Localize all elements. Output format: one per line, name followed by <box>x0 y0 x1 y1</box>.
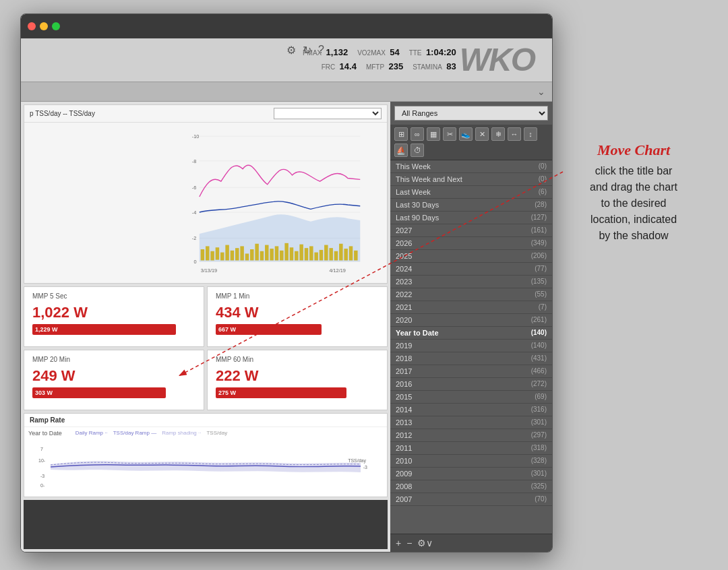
date-list-item[interactable]: 2026(349) <box>390 237 552 250</box>
help-icon[interactable]: ? <box>318 44 324 57</box>
date-list-item-label: 2025 <box>396 252 412 260</box>
date-list-item[interactable]: 2024(77) <box>390 263 552 276</box>
ship-icon-btn[interactable]: ⛵ <box>394 144 408 157</box>
mmp-1min-bar: 667 W <box>216 324 322 335</box>
date-list-item[interactable]: 2020(261) <box>390 314 552 327</box>
date-list-item-label: Year to Date <box>396 329 439 337</box>
remove-button[interactable]: − <box>406 538 412 548</box>
tss-chart-dropdown[interactable] <box>274 108 382 119</box>
date-list-item[interactable]: Year to Date(140) <box>390 327 552 340</box>
range-dropdown[interactable]: All Ranges <box>394 106 548 121</box>
header-icons: ⚙ ↻ ? <box>286 44 324 57</box>
chevron-down-icon[interactable]: ⌄ <box>537 86 545 97</box>
svg-text:-3: -3 <box>40 474 44 478</box>
mmp-5sec-value: 1,022 W <box>32 304 195 321</box>
date-list-item-count: (127) <box>531 214 547 222</box>
date-list-item[interactable]: 2018(431) <box>390 352 552 365</box>
svg-rect-20 <box>240 246 244 260</box>
date-list-item[interactable]: 2015(69) <box>390 391 552 404</box>
shoe-icon-btn[interactable]: 👟 <box>459 127 473 141</box>
mmp-60min-title: MMP 60 Min <box>216 356 379 363</box>
callout-line2: and drag the chart <box>590 181 677 193</box>
svg-rect-35 <box>314 253 318 261</box>
svg-rect-13 <box>206 246 210 260</box>
mmp-card-1min: MMP 1 Min 434 W 667 W <box>207 286 388 347</box>
svg-rect-40 <box>339 244 343 261</box>
date-list-item[interactable]: 2027(161) <box>390 224 552 237</box>
date-list-item-count: (140) <box>531 342 547 350</box>
ramp-rate-header: Ramp Rate <box>24 414 387 427</box>
svg-rect-37 <box>324 245 328 261</box>
add-button[interactable]: + <box>396 538 401 548</box>
date-list-item[interactable]: 2008(325) <box>390 480 552 493</box>
mmp-1min-bar-value: 667 W <box>218 326 236 333</box>
svg-rect-16 <box>220 253 224 261</box>
arrows-h-icon-btn[interactable]: ↔ <box>508 127 521 141</box>
date-list-item[interactable]: This Week(0) <box>390 160 552 173</box>
clock-icon-btn[interactable]: ⏱ <box>411 144 424 157</box>
date-list-item[interactable]: 2007(70) <box>390 493 552 506</box>
svg-text:3/13/19: 3/13/19 <box>201 267 217 274</box>
close-button[interactable] <box>28 22 36 30</box>
date-list-item[interactable]: Last Week(6) <box>390 186 552 199</box>
date-list-item-label: 2016 <box>396 380 412 388</box>
range-dropdown-area: All Ranges <box>390 102 552 125</box>
svg-rect-31 <box>295 251 299 261</box>
date-list-item-count: (272) <box>531 380 547 388</box>
maximize-button[interactable] <box>52 22 60 30</box>
svg-rect-36 <box>320 250 324 261</box>
svg-rect-39 <box>334 251 338 261</box>
callout-line1: click the title bar <box>595 165 673 177</box>
date-list-item[interactable]: 2023(135) <box>390 276 552 288</box>
date-list-item[interactable]: 2025(206) <box>390 250 552 263</box>
date-list-item[interactable]: 2017(466) <box>390 365 552 378</box>
scissors-icon-btn[interactable]: ✂ <box>443 127 456 141</box>
callout-line4: location, indicated <box>590 214 677 225</box>
date-list-item[interactable]: 2022(55) <box>390 288 552 301</box>
date-list-item[interactable]: Last 90 Days(127) <box>390 212 552 224</box>
settings-icon[interactable]: ⚙ <box>286 44 296 57</box>
tte-label: TTE 1:04:20 <box>409 46 456 60</box>
date-list-item-count: (316) <box>531 406 547 414</box>
mmp-5sec-bar: 1,229 W <box>32 324 176 335</box>
date-list-item[interactable]: This Week and Next(0) <box>390 173 552 186</box>
date-list-item-label: 2021 <box>396 303 412 311</box>
date-list-item-count: (0) <box>539 175 547 183</box>
refresh-icon[interactable]: ↻ <box>303 44 311 57</box>
svg-text:0-: 0- <box>40 483 45 488</box>
copy-icon-btn[interactable]: ⊞ <box>394 127 408 141</box>
arrows-v-icon-btn[interactable]: ↕ <box>524 127 537 141</box>
date-list-item[interactable]: 2009(301) <box>390 468 552 480</box>
svg-rect-21 <box>245 253 249 260</box>
date-list-item[interactable]: 2011(318) <box>390 442 552 455</box>
svg-rect-43 <box>354 251 358 261</box>
date-list-item-label: 2020 <box>396 316 412 324</box>
link-icon-btn[interactable]: ∞ <box>411 127 424 141</box>
cross-icon-btn[interactable]: ✕ <box>475 127 489 141</box>
date-list-item[interactable]: 2013(301) <box>390 416 552 429</box>
date-list-item[interactable]: 2012(297) <box>390 429 552 442</box>
date-list-item-label: Last 30 Days <box>396 201 439 209</box>
date-list-item[interactable]: 2010(328) <box>390 455 552 468</box>
date-list-item[interactable]: 2014(316) <box>390 404 552 416</box>
svg-rect-14 <box>210 251 214 261</box>
date-list-item-count: (0) <box>539 162 547 170</box>
svg-text:7: 7 <box>40 447 43 451</box>
date-list[interactable]: This Week(0)This Week and Next(0)Last We… <box>390 160 552 534</box>
svg-text:-8: -8 <box>192 158 197 164</box>
mmp-20min-title: MMP 20 Min <box>32 356 195 363</box>
minimize-button[interactable] <box>40 22 48 30</box>
settings-gear-button[interactable]: ⚙︎∨ <box>417 538 433 548</box>
mmp-card-60min: MMP 60 Min 222 W 275 W <box>207 350 388 410</box>
date-list-item-label: 2022 <box>396 290 412 298</box>
grid-icon-btn[interactable]: ▦ <box>427 127 440 141</box>
svg-rect-42 <box>349 246 353 260</box>
date-list-item[interactable]: 2016(272) <box>390 378 552 391</box>
date-list-item-count: (325) <box>531 482 547 490</box>
snowflake-icon-btn[interactable]: ❄ <box>491 127 505 141</box>
date-list-item-count: (69) <box>535 393 547 401</box>
date-list-item[interactable]: 2019(140) <box>390 340 552 352</box>
ramp-rate-svg: 7 10- -3 0- TSS/day -3 <box>24 439 387 493</box>
date-list-item[interactable]: Last 30 Days(28) <box>390 199 552 212</box>
date-list-item[interactable]: 2021(7) <box>390 301 552 314</box>
